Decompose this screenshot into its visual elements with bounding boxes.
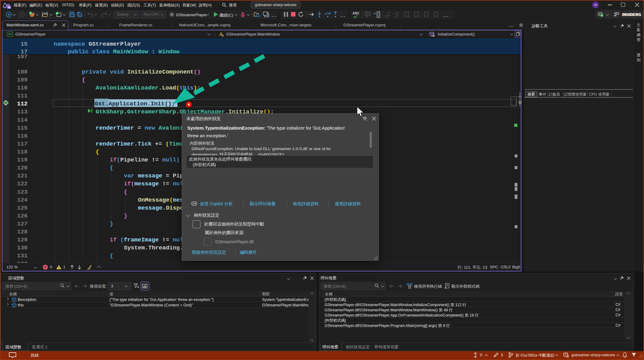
- svg-text:ab: ab: [143, 285, 147, 288]
- svg-text:6: 6: [567, 355, 568, 357]
- svg-text:IN: IN: [8, 6, 10, 9]
